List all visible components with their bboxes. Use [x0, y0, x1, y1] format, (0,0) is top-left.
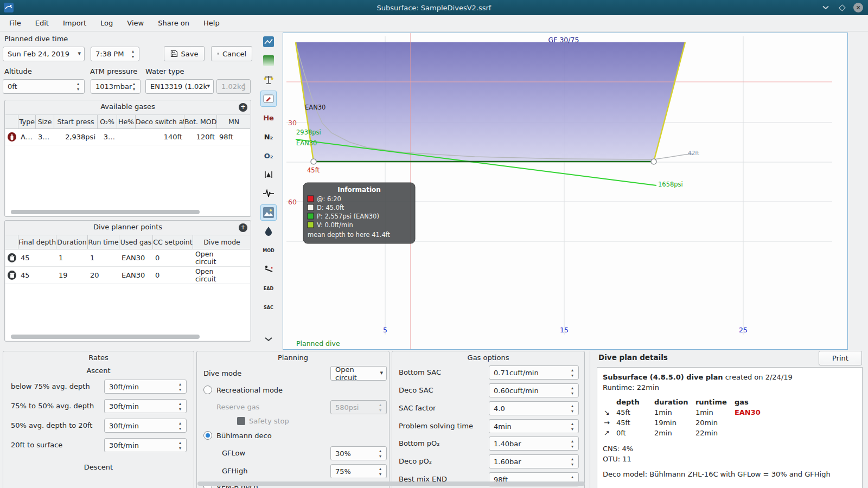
gas-decoswitch-cell[interactable]: 140ft: [136, 129, 184, 145]
point-runtime-cell[interactable]: 1: [88, 249, 119, 266]
spin-buttons-icon[interactable]: ▴▾: [131, 81, 137, 92]
save-button[interactable]: Save: [164, 46, 205, 61]
gas-he-cell[interactable]: [117, 129, 136, 145]
spin-buttons-icon[interactable]: ▴▾: [569, 403, 576, 414]
menu-view[interactable]: View: [120, 15, 151, 31]
dive-time-spinbox[interactable]: 7:38 PM ▴▾: [91, 47, 139, 61]
menu-file[interactable]: File: [2, 15, 28, 31]
point-duration-cell[interactable]: 19: [56, 267, 88, 284]
spin-buttons-icon[interactable]: ▴▾: [177, 382, 183, 393]
point-runtime-cell[interactable]: 20: [88, 267, 119, 284]
point-depth-cell[interactable]: 45: [18, 267, 56, 284]
gases-col-o2[interactable]: O₂%: [98, 115, 117, 129]
air-density-toggle[interactable]: [260, 166, 277, 183]
spin-buttons-icon[interactable]: ▴▾: [569, 457, 576, 467]
cylinder-icon[interactable]: [8, 132, 16, 142]
spin-buttons-icon[interactable]: ▴▾: [569, 386, 576, 396]
sac-toggle[interactable]: SAC: [260, 299, 277, 316]
buhlmann-deco-radio[interactable]: [203, 431, 212, 440]
salinity-toggle[interactable]: [260, 223, 277, 240]
ceiling-toggle[interactable]: [260, 53, 277, 69]
atm-pressure-spinbox[interactable]: 1013mbar ▴▾: [91, 79, 141, 94]
spin-buttons-icon[interactable]: ▴▾: [177, 440, 183, 451]
dive-profile-chart[interactable]: GF 30/75 30 60 5 15 25 EAN30 2938psi EAN…: [283, 33, 848, 350]
ascent-rate-spinbox[interactable]: 30ft/min ▴▾: [104, 399, 187, 413]
print-button[interactable]: Print: [819, 351, 862, 365]
gases-col-botmod[interactable]: Bot. MOD: [184, 115, 217, 129]
safety-stop-checkbox[interactable]: [237, 417, 245, 425]
add-point-button[interactable]: +: [239, 223, 247, 232]
water-type-combobox[interactable]: EN13319 (1.02k ▾: [145, 79, 214, 94]
heartrate-toggle[interactable]: [260, 185, 277, 202]
deco-po2-spinbox[interactable]: 1.60bar ▴▾: [489, 454, 579, 468]
deco-sac-spinbox[interactable]: 0.60cuft/min ▴▾: [489, 383, 579, 397]
bottom-hscrollbar[interactable]: [197, 481, 585, 486]
dive-mode-combobox[interactable]: Open circuit ▾: [330, 366, 387, 381]
profile-handle[interactable]: [651, 159, 656, 164]
spin-buttons-icon[interactable]: ▴▾: [569, 421, 576, 432]
menu-import[interactable]: Import: [56, 15, 93, 31]
gas-type-cell[interactable]: A…: [18, 129, 36, 145]
gases-col-size[interactable]: Size: [36, 115, 54, 129]
menu-help[interactable]: Help: [196, 15, 227, 31]
shade-button[interactable]: [820, 2, 831, 13]
spin-buttons-icon[interactable]: ▴▾: [569, 368, 576, 378]
gases-col-he[interactable]: He%: [117, 115, 136, 129]
maximize-button[interactable]: [837, 2, 847, 13]
add-gas-button[interactable]: +: [239, 103, 247, 112]
point-setpoint-cell[interactable]: 0: [153, 267, 193, 284]
mod-toggle[interactable]: MOD: [260, 242, 277, 259]
photos-toggle[interactable]: [260, 204, 277, 221]
bottom-po2-spinbox[interactable]: 1.40bar ▴▾: [489, 436, 579, 451]
points-col-divemode[interactable]: Dive mode: [193, 235, 250, 249]
trash-icon[interactable]: [8, 253, 16, 262]
menu-share-on[interactable]: Share on: [151, 15, 196, 31]
spin-buttons-icon[interactable]: ▴▾: [75, 81, 81, 92]
trash-icon[interactable]: [8, 271, 16, 280]
sac-factor-spinbox[interactable]: 4.0 ▴▾: [489, 401, 579, 415]
spin-buttons-icon[interactable]: ▴▾: [177, 421, 183, 432]
gas-botmod-cell[interactable]: 120ft: [184, 129, 217, 145]
close-button[interactable]: ✕: [853, 2, 864, 13]
point-row[interactable]: 45 19 20 EAN30 0 Open circuit: [5, 267, 250, 284]
scale-toggle[interactable]: [260, 72, 277, 88]
spin-buttons-icon[interactable]: ▴▾: [177, 401, 183, 412]
gas-mnd-cell[interactable]: 98ft: [217, 129, 250, 145]
gas-startpress-cell[interactable]: 2,938psi: [54, 129, 98, 145]
points-col-runtime[interactable]: Run time: [88, 235, 119, 249]
edit-handles-toggle[interactable]: [260, 91, 277, 107]
spin-buttons-icon[interactable]: ▴▾: [377, 466, 384, 477]
gases-col-decoswitch[interactable]: Deco switch at: [136, 115, 184, 129]
menu-log[interactable]: Log: [93, 15, 120, 31]
oxygen-graph-toggle[interactable]: O₂: [260, 147, 277, 164]
info-tooltip[interactable]: Information @: 6:20 D: 45.0ft P: 2,557ps…: [303, 183, 415, 243]
points-col-depth[interactable]: Final depth: [18, 235, 56, 249]
ead-toggle[interactable]: EAD: [260, 280, 277, 297]
helium-graph-toggle[interactable]: He: [260, 110, 277, 126]
gases-col-type[interactable]: Type: [18, 115, 36, 129]
toolbar-scroll-down[interactable]: [260, 331, 277, 347]
profile-handle[interactable]: [311, 159, 316, 164]
panel-splitter[interactable]: [590, 351, 590, 488]
points-col-setpoint[interactable]: CC setpoint: [153, 235, 193, 249]
gas-o2-cell[interactable]: 3…: [98, 129, 117, 145]
gfhigh-spinbox[interactable]: 75% ▴▾: [330, 464, 387, 478]
gases-col-mnd[interactable]: MN: [217, 115, 250, 129]
altitude-spinbox[interactable]: 0ft ▴▾: [3, 79, 85, 94]
po2-graph-toggle[interactable]: [260, 34, 277, 50]
ascent-rate-spinbox[interactable]: 30ft/min ▴▾: [104, 380, 187, 394]
ascent-rate-spinbox[interactable]: 30ft/min ▴▾: [104, 438, 187, 452]
recreational-mode-radio[interactable]: [203, 386, 212, 394]
point-gas-cell[interactable]: EAN30: [119, 267, 153, 284]
problem-time-spinbox[interactable]: 4min ▴▾: [489, 419, 579, 433]
cancel-button[interactable]: Cancel: [211, 46, 252, 61]
sac-rate-toggle[interactable]: [260, 261, 277, 278]
bottom-sac-spinbox[interactable]: 0.71cuft/min ▴▾: [489, 365, 579, 380]
points-hscrollbar[interactable]: [11, 335, 200, 339]
points-col-duration[interactable]: Duration: [56, 235, 88, 249]
spin-buttons-icon[interactable]: ▴▾: [130, 49, 136, 60]
gas-row[interactable]: A… 3… 2,938psi 3… 140ft 120ft 98ft: [5, 129, 250, 145]
gases-hscrollbar[interactable]: [11, 210, 200, 214]
point-row[interactable]: 45 1 1 EAN30 0 Open circuit: [5, 249, 250, 267]
gas-size-cell[interactable]: 3…: [36, 129, 54, 145]
